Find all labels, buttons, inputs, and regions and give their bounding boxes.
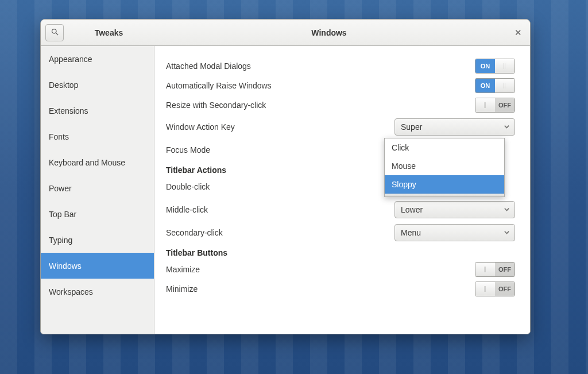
close-button[interactable]: ✕ [509, 24, 527, 41]
titlebar-buttons-heading: Titlebar Buttons [166, 248, 515, 257]
close-icon: ✕ [514, 28, 522, 38]
chevron-down-icon [504, 228, 510, 237]
sidebar-item-fonts[interactable]: Fonts [41, 124, 154, 149]
switch-grip-icon [484, 102, 486, 108]
switch-grip-icon [504, 63, 506, 69]
page-title: Windows [154, 28, 504, 37]
sidebar-item-workspaces[interactable]: Workspaces [41, 279, 154, 304]
sidebar-item-label: Power [49, 184, 72, 193]
sidebar-item-typing[interactable]: Typing [41, 227, 154, 253]
combo-value: Lower [401, 205, 423, 214]
row-window-action-key: Window Action Key Super [166, 117, 515, 137]
double-click-label: Double-click [166, 182, 210, 191]
minimize-toggle[interactable]: OFF [475, 282, 515, 296]
sidebar-item-desktop[interactable]: Desktop [41, 72, 154, 98]
sidebar-item-keyboard-and-mouse[interactable]: Keyboard and Mouse [41, 149, 154, 175]
secondary-click-combo[interactable]: Menu [394, 224, 515, 241]
sidebar-item-label: Keyboard and Mouse [49, 158, 125, 167]
sidebar-item-top-bar[interactable]: Top Bar [41, 201, 154, 227]
sidebar-item-extensions[interactable]: Extensions [41, 98, 154, 124]
attached-modal-toggle[interactable]: ON [475, 59, 515, 74]
sidebar-item-label: Appearance [49, 55, 92, 64]
search-icon [51, 28, 59, 38]
focus-mode-label: Focus Mode [166, 145, 210, 155]
tweaks-window: Tweaks Windows ✕ Appearance Desktop Exte… [40, 19, 531, 334]
switch-off-label: OFF [498, 102, 511, 109]
switch-grip-icon [484, 286, 486, 292]
search-button[interactable] [45, 24, 64, 41]
row-minimize: Minimize OFF [166, 279, 515, 299]
sidebar-item-appearance[interactable]: Appearance [41, 46, 154, 72]
middle-click-combo[interactable]: Lower [394, 201, 515, 218]
resize-secondary-label: Resize with Secondary-click [166, 101, 266, 110]
attached-modal-label: Attached Modal Dialogs [166, 61, 251, 71]
sidebar-item-windows[interactable]: Windows [41, 253, 154, 279]
row-middle-click: Middle-click Lower [166, 200, 515, 219]
sidebar-item-label: Extensions [49, 106, 88, 115]
row-attached-modal: Attached Modal Dialogs ON [166, 56, 515, 76]
window-body: Appearance Desktop Extensions Fonts Keyb… [41, 46, 530, 334]
focus-mode-option-click[interactable]: Click [385, 138, 504, 157]
chevron-down-icon [504, 205, 510, 214]
headerbar: Tweaks Windows ✕ [41, 20, 530, 46]
row-secondary-click: Secondary-click Menu [166, 223, 515, 242]
sidebar-item-label: Typing [49, 236, 72, 245]
minimize-label: Minimize [166, 284, 198, 294]
combo-value: Super [401, 122, 422, 132]
middle-click-label: Middle-click [166, 205, 208, 214]
option-label: Mouse [392, 161, 416, 171]
svg-line-1 [56, 33, 58, 35]
chevron-down-icon [504, 122, 510, 132]
sidebar-item-label: Desktop [49, 80, 78, 90]
sidebar-item-label: Windows [49, 261, 82, 271]
switch-on-label: ON [481, 63, 490, 70]
resize-secondary-toggle[interactable]: OFF [475, 98, 515, 113]
row-resize-secondary: Resize with Secondary-click OFF [166, 95, 515, 115]
focus-mode-option-sloppy[interactable]: Sloppy [385, 175, 504, 194]
switch-grip-icon [484, 267, 486, 272]
maximize-toggle[interactable]: OFF [475, 262, 515, 277]
option-label: Click [392, 143, 409, 152]
combo-value: Menu [401, 228, 421, 237]
window-action-key-combo[interactable]: Super [394, 118, 515, 136]
focus-mode-option-mouse[interactable]: Mouse [385, 157, 504, 175]
sidebar: Appearance Desktop Extensions Fonts Keyb… [41, 46, 154, 334]
sidebar-item-label: Workspaces [49, 287, 93, 296]
sidebar-item-label: Fonts [49, 132, 69, 141]
dropdown-scrollbar[interactable] [385, 194, 504, 196]
sidebar-title: Tweaks [64, 28, 154, 37]
sidebar-item-power[interactable]: Power [41, 175, 154, 201]
svg-point-0 [52, 29, 56, 33]
window-action-key-label: Window Action Key [166, 122, 235, 132]
focus-mode-dropdown[interactable]: Click Mouse Sloppy [384, 138, 505, 197]
switch-grip-icon [504, 83, 506, 88]
switch-off-label: OFF [498, 266, 511, 273]
sidebar-item-label: Top Bar [49, 210, 76, 219]
maximize-label: Maximize [166, 265, 200, 274]
option-label: Sloppy [392, 180, 416, 189]
secondary-click-label: Secondary-click [166, 228, 223, 237]
switch-off-label: OFF [498, 286, 511, 292]
row-maximize: Maximize OFF [166, 260, 515, 279]
row-auto-raise: Automatically Raise Windows ON [166, 76, 515, 95]
switch-on-label: ON [481, 82, 490, 89]
auto-raise-label: Automatically Raise Windows [166, 81, 272, 90]
settings-pane: Attached Modal Dialogs ON Automatically … [154, 46, 530, 334]
auto-raise-toggle[interactable]: ON [475, 78, 515, 93]
